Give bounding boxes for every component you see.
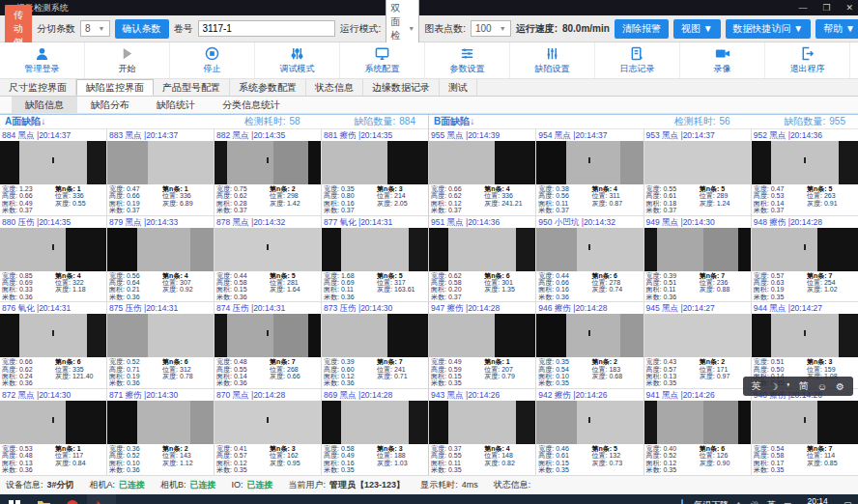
defect-thumbnail[interactable] xyxy=(214,401,321,444)
defect-thumbnail[interactable] xyxy=(107,141,214,184)
defect-cell[interactable]: 946 擦伤 |20:14:28 宽度: 0.35 高度: 0.54 面积: 0… xyxy=(536,302,643,388)
defect-cell[interactable]: 876 氧化 |20:14:31 宽度: 0.66 高度: 0.62 面积: 0… xyxy=(0,302,106,388)
defect-thumbnail[interactable] xyxy=(536,314,643,357)
volume-icon[interactable]: 🔊 xyxy=(748,501,758,504)
defect-thumbnail[interactable] xyxy=(322,401,428,444)
defect-thumbnail[interactable] xyxy=(322,314,428,357)
start-button[interactable] xyxy=(0,494,29,504)
defect-cell[interactable]: 944 黑点 |20:14:27 宽度: 0.51 高度: 0.50 面积: 0… xyxy=(752,302,858,388)
toolbar-button-camera[interactable]: 录像 xyxy=(680,42,765,78)
panel-b-title[interactable]: B面缺陷↓ xyxy=(434,115,674,128)
defect-thumbnail[interactable] xyxy=(644,401,751,444)
toolbar-button-sliders-v[interactable]: 缺陷设置 xyxy=(510,42,595,78)
defect-thumbnail[interactable] xyxy=(536,228,643,271)
action-center-icon[interactable]: 🗨 xyxy=(844,501,852,504)
language-indicator[interactable]: 英 xyxy=(767,499,776,504)
defect-cell[interactable]: 942 擦伤 |20:14:26 宽度: 0.46 高度: 0.61 面积: 0… xyxy=(536,389,643,475)
roll-number-input[interactable] xyxy=(198,20,335,37)
data-quick-access-button[interactable]: 数据快捷访问 ▼ xyxy=(726,19,812,39)
defect-thumbnail[interactable] xyxy=(0,314,106,357)
thermometer-icon[interactable] xyxy=(678,498,686,504)
tab-main-7[interactable]: 测试 xyxy=(440,79,477,96)
defect-cell[interactable]: 880 压伤 |20:14:35 宽度: 0.85 高度: 0.69 面积: 0… xyxy=(0,216,106,302)
confirm-count-button[interactable]: 确认条数 xyxy=(115,19,169,39)
defect-thumbnail[interactable] xyxy=(429,141,535,184)
tab-sub-2[interactable]: 缺陷分布 xyxy=(77,97,143,113)
hidden-icons-chevron[interactable]: ^ xyxy=(736,501,740,504)
tab-main-6[interactable]: 边缘数据记录 xyxy=(363,79,440,96)
defect-thumbnail[interactable] xyxy=(752,314,858,357)
defect-thumbnail[interactable] xyxy=(752,141,858,184)
ime-lang-toggle[interactable]: 英 xyxy=(752,379,761,393)
toolbar-button-sliders[interactable]: 调试模式 xyxy=(255,42,340,78)
maximize-button[interactable]: ❐ xyxy=(822,3,830,13)
defect-thumbnail[interactable] xyxy=(429,314,535,357)
defect-thumbnail[interactable] xyxy=(214,141,321,184)
toolbar-button-stop[interactable]: 停止 xyxy=(170,42,255,78)
defect-thumbnail[interactable] xyxy=(536,141,643,184)
defect-cell[interactable]: 879 黑点 |20:14:33 宽度: 0.56 高度: 0.64 面积: 0… xyxy=(107,216,214,302)
defect-thumbnail[interactable] xyxy=(536,401,643,444)
defect-cell[interactable]: 875 压伤 |20:14:31 宽度: 0.52 高度: 0.71 面积: 0… xyxy=(107,302,214,388)
toolbar-button-exit[interactable]: 退出程序 xyxy=(765,42,850,78)
defect-cell[interactable]: 950 小凹坑 |20:14:32 宽度: 0.44 高度: 0.66 面积: … xyxy=(536,216,643,302)
defect-thumbnail[interactable] xyxy=(0,141,106,184)
tab-main-5[interactable]: 状态信息 xyxy=(306,79,363,96)
defect-thumbnail[interactable] xyxy=(429,401,535,444)
defect-thumbnail[interactable] xyxy=(429,228,535,271)
toolbar-button-user[interactable]: 管理登录 xyxy=(0,42,85,78)
tab-sub-1[interactable]: 缺陷信息 xyxy=(12,97,77,113)
defect-cell[interactable]: 881 擦伤 |20:14:35 宽度: 0.35 高度: 0.80 面积: 0… xyxy=(322,129,428,215)
defect-thumbnail[interactable] xyxy=(107,401,214,444)
minimize-button[interactable]: — xyxy=(798,3,807,13)
toolbar-button-monitor[interactable]: 系统配置 xyxy=(340,42,425,78)
ime-keyboard-icon[interactable]: ▦ xyxy=(784,501,792,504)
tab-main-3[interactable]: 产品型号配置 xyxy=(154,79,230,96)
clock[interactable]: 20:14 2025/2/10 xyxy=(799,496,836,504)
help-menu-button[interactable]: 帮助 ▼ xyxy=(815,19,858,39)
panel-a-title[interactable]: A面缺陷↓ xyxy=(5,115,244,128)
defect-cell[interactable]: 872 黑点 |20:14:30 宽度: 0.53 高度: 0.48 面积: 0… xyxy=(0,389,106,475)
defect-cell[interactable]: 954 黑点 |20:14:37 宽度: 0.38 高度: 0.56 面积: 0… xyxy=(536,129,643,215)
defect-cell[interactable]: 951 黑点 |20:14:36 宽度: 0.62 高度: 0.58 面积: 0… xyxy=(429,216,535,302)
weather-text[interactable]: 气温下降 xyxy=(694,499,729,504)
defect-cell[interactable]: 874 压伤 |20:14:31 宽度: 0.48 高度: 0.55 面积: 0… xyxy=(214,302,321,388)
ime-simplified-toggle[interactable]: 简 xyxy=(799,379,809,393)
defect-cell[interactable]: 882 黑点 |20:14:35 宽度: 0.75 高度: 0.62 面积: 0… xyxy=(214,129,321,215)
view-menu-button[interactable]: 视图 ▼ xyxy=(673,19,721,39)
tab-main-4[interactable]: 系统参数配置 xyxy=(230,79,306,96)
inspection-app-icon[interactable]: ◣ xyxy=(87,494,116,504)
defect-cell[interactable]: 873 压伤 |20:14:30 宽度: 0.39 高度: 0.60 面积: 0… xyxy=(322,302,428,388)
slit-count-select[interactable]: 8▼ xyxy=(80,20,110,37)
ime-settings-icon[interactable]: ⚙ xyxy=(836,381,844,392)
defect-cell[interactable]: 952 黑点 |20:14:36 宽度: 0.47 高度: 0.53 面积: 0… xyxy=(752,129,858,215)
defect-thumbnail[interactable] xyxy=(644,228,751,271)
ime-emoji-icon[interactable]: ☺ xyxy=(817,381,827,392)
defect-cell[interactable]: 871 擦伤 |20:14:30 宽度: 0.36 高度: 0.52 面积: 0… xyxy=(107,389,214,475)
defect-cell[interactable]: 941 黑点 |20:14:26 宽度: 0.40 高度: 0.52 面积: 0… xyxy=(644,389,751,475)
defect-cell[interactable]: 945 黑点 |20:14:27 宽度: 0.43 高度: 0.57 面积: 0… xyxy=(644,302,751,388)
defect-cell[interactable]: 947 擦伤 |20:14:28 宽度: 0.49 高度: 0.59 面积: 0… xyxy=(429,302,535,388)
defect-thumbnail[interactable] xyxy=(322,228,428,271)
clear-alarm-button[interactable]: 清除报警 xyxy=(615,19,669,39)
tab-sub-4[interactable]: 分类信息统计 xyxy=(209,97,294,113)
defect-cell[interactable]: 869 黑点 |20:14:28 宽度: 0.58 高度: 0.49 面积: 0… xyxy=(322,389,428,475)
defect-thumbnail[interactable] xyxy=(322,141,428,184)
file-explorer-icon[interactable] xyxy=(29,494,58,504)
defect-thumbnail[interactable] xyxy=(752,228,858,271)
defect-thumbnail[interactable] xyxy=(644,314,751,357)
defect-cell[interactable]: 955 黑点 |20:14:39 宽度: 0.66 高度: 0.62 面积: 0… xyxy=(429,129,535,215)
defect-thumbnail[interactable] xyxy=(214,228,321,271)
ime-apostrophe-icon[interactable]: ❜ xyxy=(787,381,790,392)
defect-thumbnail[interactable] xyxy=(752,401,858,444)
defect-thumbnail[interactable] xyxy=(644,141,751,184)
toolbar-button-play[interactable]: 开始 xyxy=(85,42,170,78)
defect-thumbnail[interactable] xyxy=(214,314,321,357)
tab-main-2[interactable]: 缺陷监控界面 xyxy=(76,79,154,96)
ime-moon-icon[interactable]: ☽ xyxy=(770,381,779,392)
defect-cell[interactable]: 940 擦伤 |20:14:26 宽度: 0.54 高度: 0.58 面积: 0… xyxy=(752,389,858,475)
defect-thumbnail[interactable] xyxy=(0,401,106,444)
defect-cell[interactable]: 953 黑点 |20:14:37 宽度: 0.55 高度: 0.61 面积: 0… xyxy=(644,129,751,215)
chart-points-select[interactable]: 100▼ xyxy=(471,20,511,37)
tab-main-1[interactable]: 尺寸监控界面 xyxy=(0,79,76,96)
